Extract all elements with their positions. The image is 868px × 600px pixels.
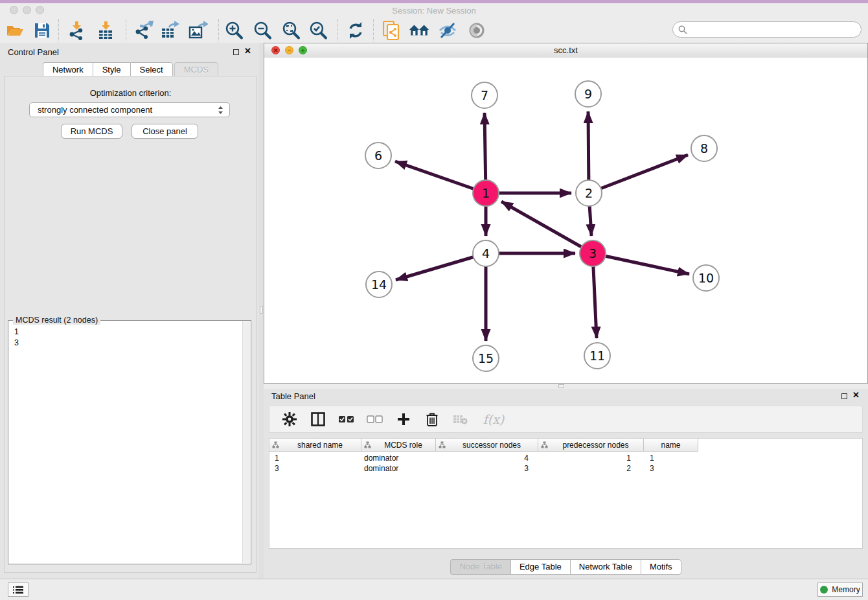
create-column-plus-icon[interactable] — [395, 411, 412, 428]
toolbar-separator — [337, 19, 339, 41]
graph-node-10[interactable]: 10 — [692, 264, 720, 292]
result-scrollbar[interactable] — [242, 321, 250, 563]
column-header-predecessor-nodes[interactable]: predecessor nodes — [538, 439, 644, 452]
sort-icon — [541, 441, 548, 448]
optimization-criterion-label: Optimization criterion: — [0, 88, 261, 98]
vertical-split-grip[interactable] — [260, 306, 263, 314]
graph-edges — [264, 58, 867, 383]
graph-node-14[interactable]: 14 — [365, 271, 393, 298]
tab-edge-table[interactable]: Edge Table — [510, 559, 570, 575]
tab-network-table[interactable]: Network Table — [570, 559, 641, 575]
close-panel-button[interactable]: Close panel — [131, 124, 198, 139]
node-table-header: shared name MCDS role successor nodes pr… — [269, 439, 698, 452]
show-all-eye-icon[interactable] — [466, 19, 488, 41]
clone-network-icon[interactable] — [380, 19, 402, 41]
show-column-panel-icon[interactable] — [310, 411, 326, 428]
graph-node-8[interactable]: 8 — [691, 135, 718, 162]
cell-successor-nodes: 4 — [436, 453, 538, 463]
tab-motifs[interactable]: Motifs — [641, 559, 681, 575]
node-table: shared name MCDS role successor nodes pr… — [269, 438, 863, 549]
graph-node-1[interactable]: 1 — [472, 179, 499, 207]
criterion-value: strongly connected component — [38, 105, 152, 115]
task-history-button[interactable] — [8, 583, 29, 597]
run-mcds-button[interactable]: Run MCDS — [61, 124, 122, 139]
table-panel-title: Table Panel — [271, 391, 315, 401]
delete-table-icon — [452, 411, 469, 428]
mcds-result-box — [8, 320, 251, 564]
delete-column-trash-icon[interactable] — [424, 411, 440, 428]
toolbar-separator — [58, 19, 60, 41]
cell-predecessor-nodes: 1 — [538, 453, 644, 463]
export-image-icon[interactable] — [187, 19, 209, 41]
zoom-selected-icon[interactable] — [308, 19, 330, 41]
zoom-out-icon[interactable] — [252, 19, 274, 41]
control-panel-title: Control Panel — [8, 47, 59, 57]
table-panel: Table Panel ✕ — [264, 389, 868, 579]
column-settings-gear-icon[interactable] — [281, 411, 298, 428]
horizontal-split-grip[interactable] — [558, 384, 564, 388]
graph-node-3[interactable]: 3 — [579, 240, 606, 267]
cell-name: 1 — [644, 453, 698, 463]
cell-shared-name: 3 — [269, 463, 361, 474]
select-all-columns-icon[interactable] — [338, 411, 355, 428]
refresh-icon[interactable] — [345, 19, 367, 41]
task-list-icon — [13, 586, 23, 594]
memory-status-dot — [820, 586, 828, 594]
sort-icon — [439, 441, 446, 448]
import-table-icon[interactable] — [95, 19, 117, 41]
column-header-successor-nodes[interactable]: successor nodes — [436, 439, 538, 452]
column-header-name[interactable]: name — [644, 439, 698, 452]
cell-predecessor-nodes: 2 — [538, 463, 644, 474]
table-row[interactable]: 1 dominator 4 1 1 — [269, 453, 698, 463]
import-network-icon[interactable] — [65, 19, 87, 41]
table-row[interactable]: 3 dominator 3 2 3 — [269, 463, 698, 474]
network-view-window: ✕ − ＋ scc.txt — [264, 43, 868, 384]
search-field[interactable] — [672, 21, 862, 38]
toolbar-separator — [218, 19, 220, 41]
table-toolbar: f(x) — [269, 406, 863, 433]
cell-mcds-role: dominator — [361, 463, 436, 474]
memory-button[interactable]: Memory — [817, 583, 863, 597]
graph-node-2[interactable]: 2 — [575, 179, 602, 207]
cell-mcds-role: dominator — [361, 453, 436, 463]
close-panel-icon[interactable]: ✕ — [244, 46, 251, 56]
search-icon — [678, 25, 687, 34]
control-panel: Control Panel ✕ Network Style Select MCD… — [0, 43, 261, 579]
select-chevrons-icon — [218, 106, 223, 115]
float-table-panel-icon[interactable] — [841, 393, 847, 399]
graph-node-4[interactable]: 4 — [472, 240, 499, 267]
column-header-mcds-role[interactable]: MCDS role — [361, 439, 436, 452]
close-table-panel-icon[interactable]: ✕ — [852, 390, 860, 400]
first-neighbors-icon[interactable] — [408, 19, 430, 41]
mcds-result-line-2: 3 — [14, 338, 19, 349]
export-table-icon[interactable] — [159, 19, 181, 41]
network-canvas[interactable]: 1 2 3 4 6 7 8 9 10 11 14 15 — [264, 58, 867, 383]
toolbar-separator — [126, 19, 127, 41]
graph-node-7[interactable]: 7 — [471, 82, 498, 109]
float-panel-icon[interactable] — [233, 49, 239, 55]
graph-node-6[interactable]: 6 — [365, 142, 392, 169]
titlebar: Session: New Session — [0, 3, 868, 18]
network-window-title: scc.txt — [264, 45, 867, 55]
sort-icon — [272, 441, 279, 448]
mcds-result-title: MCDS result (2 nodes) — [13, 316, 100, 325]
column-header-shared-name[interactable]: shared name — [269, 439, 361, 452]
save-session-icon[interactable] — [31, 19, 53, 41]
graph-node-9[interactable]: 9 — [575, 80, 602, 108]
zoom-in-icon[interactable] — [223, 19, 246, 41]
open-session-icon[interactable] — [4, 19, 26, 41]
hide-selected-eye-icon[interactable] — [437, 19, 459, 41]
search-input[interactable] — [687, 25, 852, 35]
sort-icon — [364, 441, 371, 448]
zoom-fit-icon[interactable] — [280, 19, 303, 41]
network-window-titlebar[interactable]: ✕ − ＋ scc.txt — [264, 43, 867, 58]
mcds-result-line-1: 1 — [14, 327, 19, 338]
criterion-select[interactable]: strongly connected component — [29, 102, 230, 117]
graph-node-15[interactable]: 15 — [472, 345, 499, 372]
function-builder-icon: f(x) — [481, 411, 507, 428]
deselect-all-columns-icon[interactable] — [367, 411, 383, 428]
export-network-icon[interactable] — [133, 19, 155, 41]
toolbar-separator — [373, 19, 374, 41]
graph-node-11[interactable]: 11 — [584, 342, 611, 369]
tab-node-table[interactable]: Node Table — [450, 559, 510, 575]
